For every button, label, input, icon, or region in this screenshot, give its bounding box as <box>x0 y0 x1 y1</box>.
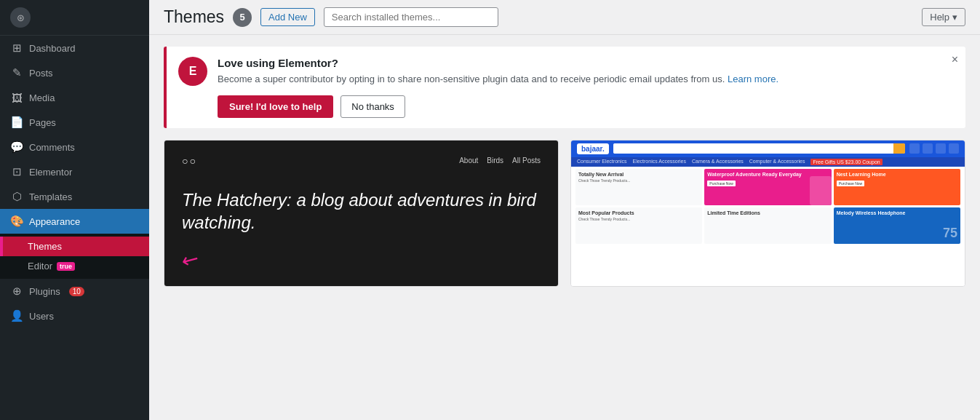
beta-badge: true <box>57 262 75 271</box>
editor-submenu-label: Editor <box>28 261 52 272</box>
cat-gifts: Free Gifts US $23.00 Coupon <box>810 159 882 165</box>
cat-cameras: Camera & Accessories <box>692 159 744 165</box>
theme-dark-links: About Birds All Posts <box>459 156 541 165</box>
sidebar-subitem-editor[interactable]: Editor true <box>0 256 149 276</box>
dashboard-icon: ⊞ <box>10 41 23 55</box>
theme-light-preview: bajaar. <box>571 140 965 286</box>
sidebar-item-pages[interactable]: 📄 Pages <box>0 110 149 135</box>
sidebar-item-plugins[interactable]: ⊕ Plugins 10 <box>0 279 149 304</box>
theme-preview-hatchery: ○○ About Birds All Posts The Hatchery: a… <box>164 140 558 286</box>
nav-link-birds: Birds <box>487 156 503 165</box>
bajaar-icon-1 <box>909 143 920 154</box>
help-button[interactable]: Help ▾ <box>922 8 965 26</box>
users-icon: 👤 <box>10 309 23 322</box>
no-thanks-button[interactable]: No thanks <box>340 95 405 118</box>
sidebar-label-users: Users <box>29 311 54 322</box>
sidebar-item-dashboard[interactable]: ⊞ Dashboard <box>0 36 149 60</box>
theme-dark-title: The Hatchery: a blog about adventures in… <box>182 189 541 234</box>
bajaar-logo: bajaar. <box>577 143 609 154</box>
bajaar-card-popular: Most Popular Products Check Those Trendy… <box>575 207 702 244</box>
search-input[interactable] <box>324 7 498 27</box>
media-icon: 🖼 <box>10 91 23 104</box>
cat-electronics: Consumer Electronics <box>577 159 626 165</box>
elementor-brand-icon: E <box>178 57 207 86</box>
bajaar-categories: Consumer Electronics Electronics Accesso… <box>571 157 965 167</box>
wordpress-icon: ⊛ <box>10 7 31 28</box>
bajaar-card-limited: Limited Time Editions <box>704 207 831 244</box>
sidebar-label-plugins: Plugins <box>29 286 60 297</box>
posts-icon: ✎ <box>10 66 23 79</box>
page-title: Themes <box>164 7 224 27</box>
elementor-icon: ⊡ <box>10 165 23 178</box>
notice-title: Love using Elementor? <box>218 57 954 69</box>
sidebar-subitem-themes[interactable]: Themes <box>0 237 149 256</box>
notice-text: Become a super contributor by opting in … <box>218 72 954 87</box>
opt-in-button[interactable]: Sure! I'd love to help <box>218 95 333 118</box>
themes-submenu-label: Themes <box>28 241 62 252</box>
templates-icon: ⬡ <box>10 190 23 203</box>
bajaar-search-bar <box>613 143 893 154</box>
bajaar-header: bajaar. <box>571 140 965 157</box>
learn-more-link[interactable]: Learn more. <box>728 74 778 84</box>
sidebar-label-templates: Templates <box>29 191 72 202</box>
bajaar-icon-4 <box>949 143 959 154</box>
bajaar-card-melody: Melody Wireless Headphone 75 <box>834 207 960 244</box>
appearance-submenu: Themes Editor true <box>0 234 149 279</box>
sidebar-item-posts[interactable]: ✎ Posts <box>0 60 149 85</box>
themes-grid: ○○ About Birds All Posts The Hatchery: a… <box>164 140 965 287</box>
sidebar-item-appearance[interactable]: 🎨 Appearance <box>0 209 149 234</box>
cat-accessories: Electronics Accessories <box>632 159 686 165</box>
sidebar-label-dashboard: Dashboard <box>29 43 76 54</box>
sidebar-label-media: Media <box>29 92 55 103</box>
theme-dark-logo: ○○ <box>182 155 197 167</box>
theme-preview-bajaar: bajaar. <box>571 140 965 286</box>
theme-dark-preview: ○○ About Birds All Posts The Hatchery: a… <box>164 140 558 286</box>
sidebar-label-elementor: Elementor <box>29 167 72 178</box>
elementor-notice: E Love using Elementor? Become a super c… <box>164 47 965 128</box>
topbar: Themes 5 Add New Help ▾ <box>149 0 980 35</box>
plugins-badge: 10 <box>69 287 84 296</box>
content-area: E Love using Elementor? Become a super c… <box>149 35 980 420</box>
nav-link-about: About <box>459 156 478 165</box>
appearance-icon: 🎨 <box>10 215 23 228</box>
theme-card-hatchery[interactable]: ○○ About Birds All Posts The Hatchery: a… <box>164 140 559 287</box>
sidebar-brand: ⊛ <box>0 0 149 36</box>
notice-close-button[interactable]: × <box>952 54 958 66</box>
product-image <box>810 176 832 205</box>
notice-actions: Sure! I'd love to help No thanks <box>218 95 954 118</box>
help-label: Help <box>930 12 949 23</box>
bajaar-card-arrival: Totally New Arrival Check Those Trendy P… <box>575 169 702 205</box>
bajaar-search-button <box>893 143 905 154</box>
bajaar-content: Totally New Arrival Check Those Trendy P… <box>571 167 965 246</box>
theme-dark-nav: ○○ About Birds All Posts <box>182 155 541 167</box>
sidebar-label-appearance: Appearance <box>29 216 80 227</box>
add-new-button[interactable]: Add New <box>260 8 315 26</box>
main-content: Themes 5 Add New Help ▾ E Love using Ele… <box>149 0 980 420</box>
bajaar-icon-3 <box>936 143 946 154</box>
sidebar-item-users[interactable]: 👤 Users <box>0 304 149 328</box>
sidebar-label-pages: Pages <box>29 117 56 128</box>
sidebar-label-comments: Comments <box>29 142 75 153</box>
arrow-icon: ↙ <box>177 245 203 274</box>
bajaar-card-nest: Nest Learning Home Purchase Now <box>834 169 960 205</box>
sidebar-label-posts: Posts <box>29 68 53 79</box>
topbar-left: Themes 5 Add New <box>164 7 498 27</box>
plugins-icon: ⊕ <box>10 285 23 298</box>
nav-link-all-posts: All Posts <box>512 156 541 165</box>
bajaar-card-adventure: Waterproof Adventure Ready Everyday Purc… <box>704 169 831 205</box>
sidebar-item-elementor[interactable]: ⊡ Elementor <box>0 159 149 184</box>
notice-body: Love using Elementor? Become a super con… <box>218 57 954 118</box>
comments-icon: 💬 <box>10 140 23 154</box>
cat-computers: Computer & Accessories <box>749 159 805 165</box>
bajaar-icon-2 <box>923 143 933 154</box>
sidebar-item-templates[interactable]: ⬡ Templates <box>0 184 149 209</box>
help-chevron-icon: ▾ <box>952 12 957 23</box>
themes-count-badge: 5 <box>233 8 252 27</box>
bajaar-icons <box>909 143 959 154</box>
sidebar-item-comments[interactable]: 💬 Comments <box>0 135 149 159</box>
theme-card-bajaar[interactable]: bajaar. <box>570 140 965 287</box>
pages-icon: 📄 <box>10 116 23 129</box>
sidebar-item-media[interactable]: 🖼 Media <box>0 85 149 110</box>
bajaar-search <box>613 143 905 154</box>
sidebar: ⊛ ⊞ Dashboard ✎ Posts 🖼 Media 📄 Pages 💬 … <box>0 0 149 420</box>
